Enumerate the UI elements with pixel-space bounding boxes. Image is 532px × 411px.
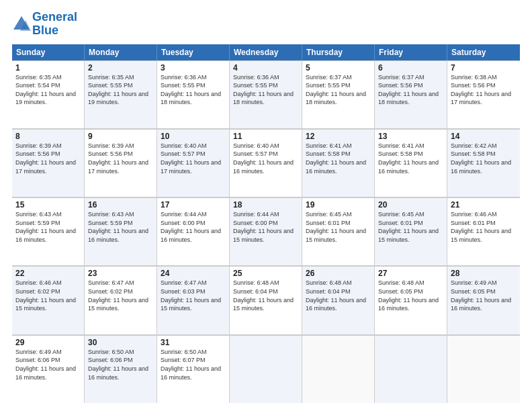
- weekday-header: Saturday: [447, 44, 520, 60]
- cell-info: Sunrise: 6:37 AMSunset: 5:55 PMDaylight:…: [306, 74, 366, 106]
- cell-info: Sunrise: 6:46 AMSunset: 6:01 PMDaylight:…: [451, 211, 511, 243]
- calendar-cell: 25Sunrise: 6:48 AMSunset: 6:04 PMDayligh…: [230, 266, 302, 334]
- day-number: 3: [161, 63, 226, 73]
- day-number: 14: [451, 132, 517, 141]
- day-number: 27: [378, 269, 443, 278]
- calendar-cell: 9Sunrise: 6:39 AMSunset: 5:56 PMDaylight…: [85, 129, 157, 197]
- cell-info: Sunrise: 6:37 AMSunset: 5:56 PMDaylight:…: [378, 74, 439, 106]
- day-number: 10: [161, 132, 226, 141]
- calendar-cell: [230, 335, 302, 403]
- calendar-cell: [447, 335, 520, 403]
- calendar-cell: 13Sunrise: 6:41 AMSunset: 5:58 PMDayligh…: [375, 129, 447, 197]
- calendar-cell: 21Sunrise: 6:46 AMSunset: 6:01 PMDayligh…: [447, 197, 520, 265]
- cell-info: Sunrise: 6:47 AMSunset: 6:03 PMDaylight:…: [161, 279, 221, 312]
- cell-info: Sunrise: 6:36 AMSunset: 5:55 PMDaylight:…: [161, 74, 221, 106]
- cell-info: Sunrise: 6:49 AMSunset: 6:06 PMDaylight:…: [15, 349, 76, 381]
- calendar-cell: 4Sunrise: 6:36 AMSunset: 5:55 PMDaylight…: [230, 60, 302, 128]
- weekday-header: Tuesday: [157, 44, 230, 60]
- header: GeneralBlue: [12, 11, 520, 38]
- weekday-header: Friday: [375, 44, 447, 60]
- calendar-cell: 28Sunrise: 6:49 AMSunset: 6:05 PMDayligh…: [447, 266, 520, 334]
- calendar-cell: 15Sunrise: 6:43 AMSunset: 5:59 PMDayligh…: [12, 197, 85, 265]
- calendar-cell: 27Sunrise: 6:48 AMSunset: 6:05 PMDayligh…: [375, 266, 447, 334]
- cell-info: Sunrise: 6:44 AMSunset: 6:00 PMDaylight:…: [161, 211, 221, 243]
- day-number: 15: [15, 200, 81, 210]
- calendar-cell: 26Sunrise: 6:48 AMSunset: 6:04 PMDayligh…: [302, 266, 375, 334]
- calendar-row: 29Sunrise: 6:49 AMSunset: 6:06 PMDayligh…: [12, 335, 520, 403]
- cell-info: Sunrise: 6:50 AMSunset: 6:07 PMDaylight:…: [161, 349, 221, 381]
- weekday-header: Sunday: [12, 44, 85, 60]
- calendar-cell: 8Sunrise: 6:39 AMSunset: 5:56 PMDaylight…: [12, 129, 85, 197]
- logo-icon: [12, 15, 31, 34]
- day-number: 30: [88, 338, 153, 347]
- weekday-header: Wednesday: [230, 44, 302, 60]
- cell-info: Sunrise: 6:47 AMSunset: 6:02 PMDaylight:…: [88, 279, 148, 312]
- calendar-cell: 20Sunrise: 6:45 AMSunset: 6:01 PMDayligh…: [375, 197, 447, 265]
- day-number: 18: [233, 200, 298, 210]
- calendar-row: 8Sunrise: 6:39 AMSunset: 5:56 PMDaylight…: [12, 129, 520, 197]
- cell-info: Sunrise: 6:50 AMSunset: 6:06 PMDaylight:…: [88, 349, 148, 381]
- day-number: 7: [451, 63, 517, 73]
- weekday-header: Thursday: [302, 44, 375, 60]
- calendar-cell: 5Sunrise: 6:37 AMSunset: 5:55 PMDaylight…: [302, 60, 375, 128]
- cell-info: Sunrise: 6:48 AMSunset: 6:04 PMDaylight:…: [306, 279, 366, 312]
- cell-info: Sunrise: 6:48 AMSunset: 6:04 PMDaylight:…: [233, 279, 294, 312]
- calendar-cell: 19Sunrise: 6:45 AMSunset: 6:01 PMDayligh…: [302, 197, 375, 265]
- calendar-cell: 6Sunrise: 6:37 AMSunset: 5:56 PMDaylight…: [375, 60, 447, 128]
- cell-info: Sunrise: 6:43 AMSunset: 5:59 PMDaylight:…: [15, 211, 76, 243]
- calendar-cell: 18Sunrise: 6:44 AMSunset: 6:00 PMDayligh…: [230, 197, 302, 265]
- calendar-cell: 22Sunrise: 6:46 AMSunset: 6:02 PMDayligh…: [12, 266, 85, 334]
- cell-info: Sunrise: 6:39 AMSunset: 5:56 PMDaylight:…: [15, 142, 76, 175]
- day-number: 26: [306, 269, 371, 278]
- calendar-cell: 17Sunrise: 6:44 AMSunset: 6:00 PMDayligh…: [157, 197, 230, 265]
- day-number: 29: [15, 338, 81, 347]
- cell-info: Sunrise: 6:45 AMSunset: 6:01 PMDaylight:…: [306, 211, 366, 243]
- calendar-cell: [302, 335, 375, 403]
- calendar-cell: 30Sunrise: 6:50 AMSunset: 6:06 PMDayligh…: [85, 335, 157, 403]
- day-number: 22: [15, 269, 81, 278]
- calendar-cell: 11Sunrise: 6:40 AMSunset: 5:57 PMDayligh…: [230, 129, 302, 197]
- calendar-cell: 3Sunrise: 6:36 AMSunset: 5:55 PMDaylight…: [157, 60, 230, 128]
- cell-info: Sunrise: 6:41 AMSunset: 5:58 PMDaylight:…: [378, 142, 439, 175]
- calendar: SundayMondayTuesdayWednesdayThursdayFrid…: [12, 44, 520, 403]
- page: GeneralBlue SundayMondayTuesdayWednesday…: [0, 0, 532, 411]
- calendar-cell: [375, 335, 447, 403]
- cell-info: Sunrise: 6:49 AMSunset: 6:05 PMDaylight:…: [451, 279, 511, 312]
- cell-info: Sunrise: 6:44 AMSunset: 6:00 PMDaylight:…: [233, 211, 294, 243]
- cell-info: Sunrise: 6:40 AMSunset: 5:57 PMDaylight:…: [161, 142, 221, 175]
- cell-info: Sunrise: 6:41 AMSunset: 5:58 PMDaylight:…: [306, 142, 366, 175]
- cell-info: Sunrise: 6:40 AMSunset: 5:57 PMDaylight:…: [233, 142, 294, 175]
- day-number: 16: [88, 200, 153, 210]
- cell-info: Sunrise: 6:42 AMSunset: 5:58 PMDaylight:…: [451, 142, 511, 175]
- cell-info: Sunrise: 6:35 AMSunset: 5:54 PMDaylight:…: [15, 74, 76, 106]
- calendar-cell: 10Sunrise: 6:40 AMSunset: 5:57 PMDayligh…: [157, 129, 230, 197]
- calendar-cell: 16Sunrise: 6:43 AMSunset: 5:59 PMDayligh…: [85, 197, 157, 265]
- calendar-cell: 24Sunrise: 6:47 AMSunset: 6:03 PMDayligh…: [157, 266, 230, 334]
- day-number: 8: [15, 132, 81, 141]
- day-number: 9: [88, 132, 153, 141]
- day-number: 12: [306, 132, 371, 141]
- cell-info: Sunrise: 6:45 AMSunset: 6:01 PMDaylight:…: [378, 211, 439, 243]
- calendar-row: 1Sunrise: 6:35 AMSunset: 5:54 PMDaylight…: [12, 60, 520, 129]
- day-number: 6: [378, 63, 443, 73]
- cell-info: Sunrise: 6:39 AMSunset: 5:56 PMDaylight:…: [88, 142, 148, 175]
- calendar-body: 1Sunrise: 6:35 AMSunset: 5:54 PMDaylight…: [12, 60, 520, 403]
- cell-info: Sunrise: 6:38 AMSunset: 5:56 PMDaylight:…: [451, 74, 511, 106]
- weekday-header: Monday: [85, 44, 157, 60]
- calendar-cell: 23Sunrise: 6:47 AMSunset: 6:02 PMDayligh…: [85, 266, 157, 334]
- day-number: 1: [15, 63, 81, 73]
- cell-info: Sunrise: 6:43 AMSunset: 5:59 PMDaylight:…: [88, 211, 148, 243]
- day-number: 24: [161, 269, 226, 278]
- cell-info: Sunrise: 6:48 AMSunset: 6:05 PMDaylight:…: [378, 279, 439, 312]
- day-number: 23: [88, 269, 153, 278]
- calendar-cell: 14Sunrise: 6:42 AMSunset: 5:58 PMDayligh…: [447, 129, 520, 197]
- cell-info: Sunrise: 6:36 AMSunset: 5:55 PMDaylight:…: [233, 74, 294, 106]
- calendar-row: 22Sunrise: 6:46 AMSunset: 6:02 PMDayligh…: [12, 266, 520, 334]
- calendar-cell: 7Sunrise: 6:38 AMSunset: 5:56 PMDaylight…: [447, 60, 520, 128]
- day-number: 13: [378, 132, 443, 141]
- day-number: 19: [306, 200, 371, 210]
- calendar-row: 15Sunrise: 6:43 AMSunset: 5:59 PMDayligh…: [12, 197, 520, 266]
- day-number: 21: [451, 200, 517, 210]
- cell-info: Sunrise: 6:35 AMSunset: 5:55 PMDaylight:…: [88, 74, 148, 106]
- day-number: 5: [306, 63, 371, 73]
